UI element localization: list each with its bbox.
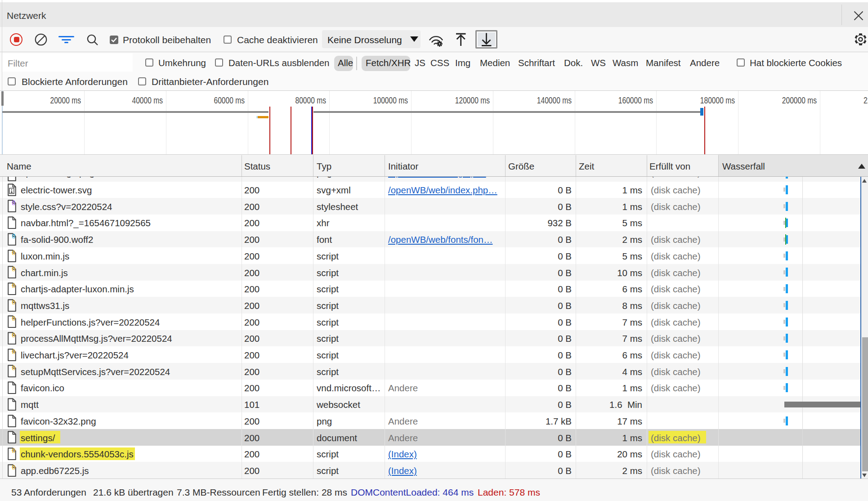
svg-text:{}: {}	[12, 299, 16, 304]
svg-text:{}: {}	[12, 349, 16, 354]
svg-text:{}: {}	[12, 250, 16, 255]
svg-text:{}: {}	[12, 315, 16, 321]
svg-text:{}: {}	[12, 266, 16, 271]
svg-text:{}: {}	[12, 282, 16, 288]
svg-text:{}: {}	[12, 233, 16, 238]
svg-text:{}: {}	[12, 464, 16, 470]
svg-text:{}: {}	[12, 200, 16, 205]
svg-text:{}: {}	[12, 332, 16, 337]
svg-text:{}: {}	[12, 365, 16, 370]
svg-text:{}: {}	[12, 447, 16, 453]
